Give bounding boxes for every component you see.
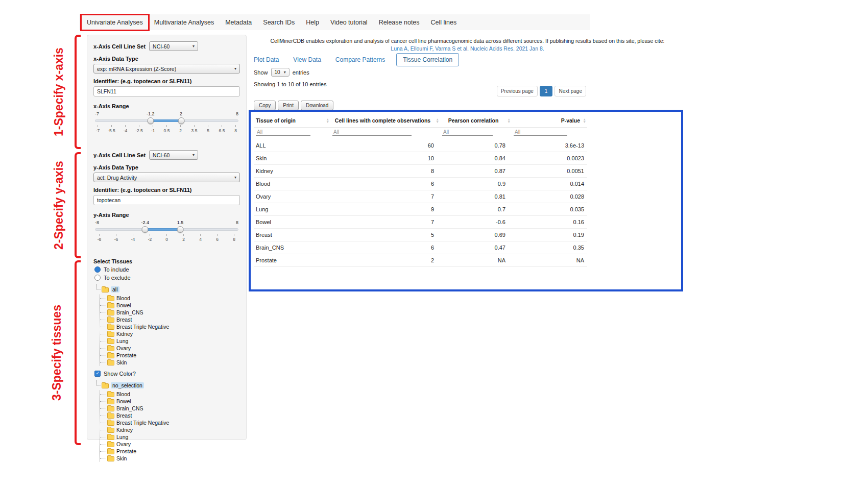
chevron-down-icon: ▾ [234,66,236,71]
tissue-label: Brain_CNS [116,309,143,315]
y-identifier-input[interactable] [93,195,240,205]
cell-tissue: Ovary [254,190,330,203]
export-button[interactable]: Print [278,101,299,110]
table-row: Kidney 8 0.87 0.0051 [254,165,587,178]
slider-selected-range [145,228,180,231]
y-axis-range-slider: -8 8 -2.4 1.5 -8-6-4-202468 [95,220,238,246]
y-cell-line-set-label: y-Axis Cell Line Set [93,152,146,158]
slider-low-handle[interactable] [142,226,149,233]
slider-tick-label: 5 [201,125,215,133]
tissue-tree-item[interactable]: Bowel [105,302,240,309]
slider-low-handle[interactable] [147,117,154,124]
nav-item-release-notes[interactable]: Release notes [373,15,425,30]
slider-high-handle[interactable] [177,226,183,233]
citation-text: CellMinerCDB enables exploration and ana… [271,38,665,44]
x-identifier-input[interactable] [93,86,240,96]
next-page-button[interactable]: Next page [554,86,586,96]
tissue-tree-item[interactable]: Brain_CNS [105,309,240,316]
radio-to-include[interactable]: To include [94,266,240,273]
citation-link[interactable]: Luna A, Elloumi F, Varma S et al. Nuclei… [249,45,686,52]
folder-icon [107,399,114,404]
column-filter-input[interactable] [514,129,567,136]
tissue-tree-item[interactable]: Lung [105,433,240,441]
checkbox-label: Show Color? [104,371,136,377]
tissue-tree-item[interactable]: Skin [105,359,240,366]
cell-tissue: Prostate [254,254,330,267]
table-row: ALL 60 0.78 3.6e-13 [254,139,587,152]
tissue-correlation-table: Tissue of origin ▲▼ Cell lines with comp… [254,114,587,267]
column-filter-input[interactable] [256,129,310,136]
x-data-type-select[interactable]: exp: mRNA Expression (Z-Score) ▾ [93,64,240,74]
slider-max-label: 8 [236,220,238,225]
nav-item-search-ids[interactable]: Search IDs [257,15,300,30]
tissue-tree-item[interactable]: Prostate [105,448,240,455]
y-identifier-label: Identifier: (e.g. topotecan or SLFN11) [93,187,240,193]
tree-root-no-selection[interactable]: no_selection [95,381,240,389]
nav-item-univariate-analyses[interactable]: Univariate Analyses [81,15,149,30]
tissue-tree-item[interactable]: Brain_CNS [105,405,240,412]
tissue-tree-item[interactable]: Blood [105,391,240,398]
nav-item-cell-lines[interactable]: Cell lines [425,15,463,30]
slider-tick-label: 4 [192,234,209,242]
nav-item-video-tutorial[interactable]: Video tutorial [325,15,373,30]
tissue-tree-item[interactable]: Breast Triple Negative [105,323,240,330]
folder-icon [107,428,114,433]
y-cell-line-set-select[interactable]: NCI-60 ▾ [149,150,198,160]
column-header-cell-lines[interactable]: Cell lines with complete observations ▲▼ [330,114,440,128]
tissue-label: Skin [116,455,127,461]
tissue-tree-item[interactable]: Breast [105,316,240,323]
tissue-tree-item[interactable]: Breast [105,412,240,419]
tissue-tree-item[interactable]: Ovary [105,441,240,448]
radio-to-exclude[interactable]: To exclude [94,275,240,281]
nav-item-multivariate-analyses[interactable]: Multivariate Analyses [149,15,220,30]
slider-min-label: -7 [95,111,99,116]
tab-tissue-correlation[interactable]: Tissue Correlation [396,53,459,66]
tissue-tree-item[interactable]: Lung [105,337,240,345]
export-button[interactable]: Download [301,101,333,110]
select-value: exp: mRNA Expression (Z-Score) [97,66,176,72]
column-header-pearson[interactable]: Pearson correlation ▲▼ [440,114,512,128]
previous-page-button[interactable]: Previous page [497,86,538,96]
column-filter-input[interactable] [332,129,412,136]
x-range-label: x-Axis Range [93,103,240,109]
tissue-label: Ovary [116,345,131,351]
entries-count-select[interactable]: 10 ▾ [271,68,290,77]
tab-compare-patterns[interactable]: Compare Patterns [335,56,385,63]
tab-view-data[interactable]: View Data [293,56,321,63]
tissue-tree-item[interactable]: Bowel [105,398,240,405]
y-data-type-select[interactable]: act: Drug Activity ▾ [93,173,240,182]
select-value: NCI-60 [153,43,170,50]
column-header-label: P-value [561,117,580,124]
nav-item-help[interactable]: Help [300,15,325,30]
tissue-tree-item[interactable]: Kidney [105,426,240,433]
x-data-type-label: x-Axis Data Type [93,56,240,62]
cellminercdb-page: Univariate Analyses Multivariate Analyse… [0,0,868,488]
tissue-tree-item[interactable]: Prostate [105,352,240,359]
page-number-button[interactable]: 1 [540,86,553,96]
x-cell-line-set-label: x-Axis Cell Line Set [93,43,146,50]
nav-item-metadata[interactable]: Metadata [220,15,257,30]
tissue-tree-item[interactable]: Kidney [105,330,240,337]
cell-pvalue: NA [512,254,587,267]
tissue-tree-item[interactable]: Breast Triple Negative [105,419,240,426]
table-filter-row [254,128,587,140]
folder-icon [107,392,114,397]
column-header-tissue[interactable]: Tissue of origin ▲▼ [254,114,330,128]
export-button[interactable]: Copy [254,101,276,110]
cell-pvalue: 0.035 [512,203,587,216]
tree-root-all[interactable]: all [95,285,240,294]
column-header-pvalue[interactable]: P-value ▲▼ [512,114,587,128]
slider-tick-label: 0 [158,234,175,242]
slider-high-handle[interactable] [178,117,184,124]
x-cell-line-set-select[interactable]: NCI-60 ▾ [149,41,198,51]
tissue-tree-item[interactable]: Ovary [105,345,240,352]
column-filter-input[interactable] [442,129,493,136]
folder-icon [107,296,114,301]
tissue-tree-item[interactable]: Skin [105,455,240,462]
tissue-tree-item[interactable]: Blood [105,295,240,302]
annotation-bracket-y-axis [75,152,81,258]
sidebar-panel: x-Axis Cell Line Set NCI-60 ▾ x-Axis Dat… [87,35,247,440]
show-color-checkbox[interactable]: Show Color? [94,371,240,377]
tab-plot-data[interactable]: Plot Data [254,56,279,63]
cell-pvalue: 0.028 [512,190,587,203]
